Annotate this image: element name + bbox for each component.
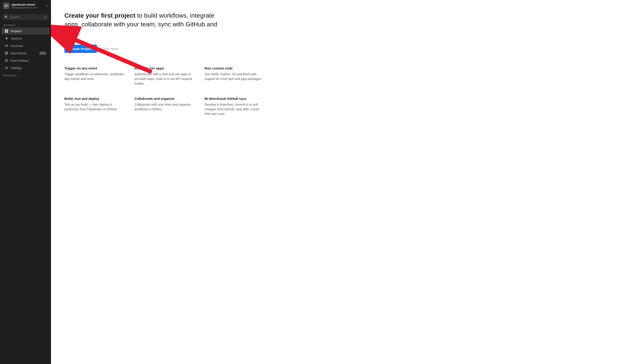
svg-rect-5 — [5, 60, 8, 61]
feature-build-test: Build, test and deployTest as you build … — [64, 97, 125, 116]
resources-section[interactable]: Resources › — [0, 72, 51, 78]
svg-rect-6 — [5, 61, 8, 62]
feature-title-integrate: Integrate 1k+ apps — [134, 66, 195, 70]
sidebar-item-sources[interactable]: Sources — [1, 35, 50, 42]
sidebar-item-accounts[interactable]: Accounts — [1, 42, 50, 49]
svg-rect-3 — [7, 31, 8, 32]
create-project-button[interactable]: Create Project — [64, 45, 97, 53]
user-info: pipedream-demo demo@pipedream.com — [12, 3, 44, 9]
feature-integrate: Integrate 1k+ appsAuthenticate with a cl… — [134, 66, 195, 86]
feature-collaborate: Collaborate and organizeCollaborate with… — [134, 97, 195, 116]
feature-desc-trigger: Trigger workflows on webhooks, schedules… — [64, 72, 125, 81]
feature-custom-code: Run custom codeRun Node, Python, Go and … — [204, 66, 266, 86]
sidebar-item-projects[interactable]: Projects — [1, 28, 50, 34]
sidebar-item-settings[interactable]: Settings — [1, 64, 50, 72]
main-content: Create your first project to build workf… — [51, 0, 644, 364]
nav-list: ProjectsSourcesAccountsData StoresBetaEv… — [0, 27, 51, 72]
sidebar-item-label-accounts: Accounts — [11, 44, 47, 48]
hero-title-bold: Create your first project — [64, 12, 135, 19]
features-grid: Trigger on any eventTrigger workflows on… — [64, 66, 266, 116]
feature-trigger: Trigger on any eventTrigger workflows on… — [64, 66, 125, 86]
resources-label: Resources — [3, 74, 16, 77]
feature-title-build-test: Build, test and deploy — [64, 97, 125, 100]
list-icon — [5, 58, 9, 62]
feature-title-github-sync: Bi-directional GitHub sync — [204, 97, 266, 100]
sidebar-item-event-history[interactable]: Event History — [1, 57, 50, 64]
sidebar: P pipedream-demo demo@pipedream.com ▾ 🔍 … — [0, 0, 51, 364]
feature-desc-github-sync: Develop in branches, commit to or pull c… — [204, 102, 266, 116]
feature-desc-integrate: Authenticate with a click and use apps i… — [134, 72, 195, 86]
beta-badge: Beta — [39, 52, 47, 55]
feature-title-collaborate: Collaborate and organize — [134, 97, 195, 100]
gear-icon — [5, 66, 9, 70]
user-name: pipedream-demo — [12, 3, 44, 6]
feature-desc-custom-code: Run Node, Python, Go and Bash with suppo… — [204, 72, 266, 81]
user-email: demo@pipedream.com — [12, 6, 44, 9]
search-icon: 🔍 — [5, 16, 8, 19]
svg-rect-4 — [5, 60, 8, 60]
search-shortcut-badge: / — [44, 16, 47, 19]
workspace-section-label: Workspace — [0, 22, 51, 27]
chevron-down-icon: ▾ — [47, 4, 48, 7]
search-placeholder-text: Search... — [10, 16, 42, 19]
feature-github-sync: Bi-directional GitHub syncDevelop in bra… — [204, 97, 266, 116]
lightning-icon — [5, 36, 9, 40]
cta-row: Create Project Learn More — [64, 45, 630, 53]
sidebar-item-label-sources: Sources — [11, 37, 47, 40]
grid-icon — [5, 29, 9, 33]
svg-rect-2 — [5, 31, 6, 32]
sidebar-item-label-settings: Settings — [11, 66, 47, 70]
svg-rect-1 — [7, 30, 8, 31]
sidebar-item-label-event-history: Event History — [11, 59, 47, 62]
user-section[interactable]: P pipedream-demo demo@pipedream.com ▾ — [0, 0, 51, 12]
avatar: P — [3, 3, 10, 9]
svg-point-7 — [6, 68, 7, 68]
sidebar-item-label-projects: Projects — [11, 30, 47, 33]
learn-more-button[interactable]: Learn More — [102, 45, 119, 53]
hero-title: Create your first project to build workf… — [64, 11, 221, 38]
feature-title-custom-code: Run custom code — [204, 66, 266, 70]
feature-desc-collaborate: Collaborate with your team and organize … — [134, 102, 195, 112]
sidebar-item-data-stores[interactable]: Data StoresBeta — [1, 50, 50, 57]
link-icon — [5, 44, 9, 48]
feature-desc-build-test: Test as you build — then deploy to produ… — [64, 102, 125, 112]
layers-icon — [5, 51, 9, 55]
sidebar-item-label-data-stores: Data Stores — [11, 52, 37, 55]
feature-title-trigger: Trigger on any event — [64, 66, 125, 70]
svg-rect-0 — [5, 30, 6, 31]
chevron-right-icon: › — [17, 74, 18, 77]
search-bar[interactable]: 🔍 Search... / — [2, 14, 49, 20]
